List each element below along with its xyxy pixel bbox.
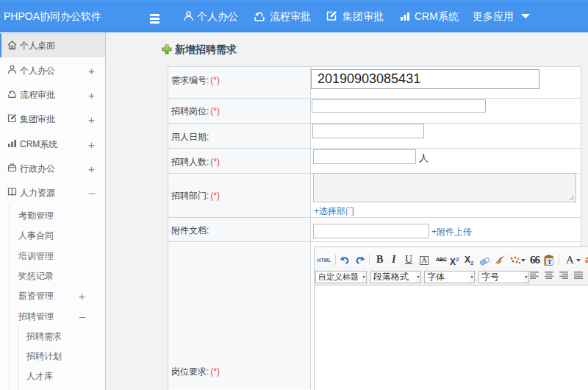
svg-text:T: T: [548, 258, 552, 266]
